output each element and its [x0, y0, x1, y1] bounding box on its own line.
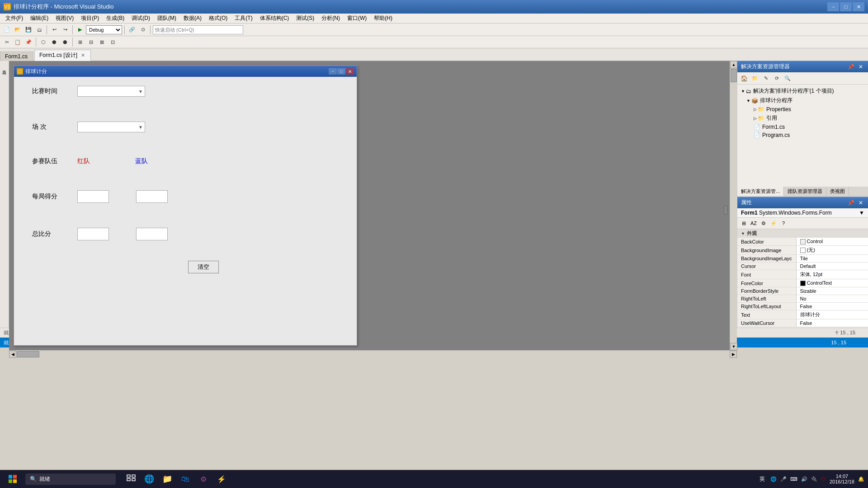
match-time-dropdown[interactable]: ▼ [77, 86, 145, 97]
taskbar-vs-icon[interactable]: ⚙ [195, 471, 212, 487]
tab-form1-design-close[interactable]: ✕ [81, 52, 85, 58]
designer-area[interactable]: ⬡ 排球计分 － □ ✕ 比赛时间 [9, 61, 730, 350]
props-help-btn[interactable]: ? [779, 219, 788, 228]
toolbar-new[interactable]: 📄 [2, 25, 12, 35]
tab-team-explorer[interactable]: 团队资源管理器 [784, 187, 826, 196]
prop-value-righttoleftlayout[interactable]: False [796, 303, 868, 310]
minimize-button[interactable]: － [827, 2, 839, 11]
clear-button[interactable]: 清空 [188, 261, 219, 273]
solution-pin-btn[interactable]: 📌 [846, 64, 856, 70]
toolbar-undo[interactable]: ↩ [49, 25, 59, 35]
toolbar-copy[interactable]: 📋 [13, 37, 23, 47]
prop-value-bgimage[interactable]: (无) [796, 246, 868, 255]
prop-value-bgimagelayout[interactable]: Tile [796, 255, 868, 263]
menu-architecture[interactable]: 体系结构(C) [256, 14, 293, 23]
search-toolbar-input[interactable] [153, 25, 243, 34]
sol-toolbar-btn4[interactable]: ⟳ [772, 73, 782, 83]
props-properties-btn[interactable]: ⚙ [759, 219, 768, 228]
debug-mode-select[interactable]: Debug Release [86, 25, 122, 34]
toolbar-open[interactable]: 📂 [13, 25, 23, 35]
tab-form1-design[interactable]: Form1.cs [设计] ✕ [34, 50, 91, 61]
menu-debug[interactable]: 调试(D) [128, 14, 154, 23]
props-category-btn[interactable]: ⊞ [739, 219, 748, 228]
tree-programcs[interactable]: 📄 Program.cs [739, 131, 866, 139]
props-object-dropdown-arrow[interactable]: ▼ [859, 210, 864, 216]
taskbar-store-icon[interactable]: 🛍 [177, 471, 193, 487]
tree-references[interactable]: ▷ 📁 引用 [739, 113, 866, 123]
toolbar-align-center[interactable]: ⬢ [49, 37, 59, 47]
prop-value-righttoleft[interactable]: No [796, 295, 868, 303]
sol-toolbar-btn3[interactable]: ✎ [761, 73, 771, 83]
per-game-score-blue-input[interactable] [136, 190, 168, 203]
sol-toolbar-btn1[interactable]: 🏠 [739, 73, 749, 83]
taskbar-file-explorer-icon[interactable]: 📁 [159, 471, 175, 487]
menu-help[interactable]: 帮助(H) [370, 14, 396, 23]
props-pin-btn[interactable]: 📌 [846, 200, 856, 206]
menu-file[interactable]: 文件(F) [2, 14, 27, 23]
scroll-thumb[interactable] [731, 69, 737, 82]
form-max-btn[interactable]: □ [337, 68, 345, 75]
form-close-btn[interactable]: ✕ [346, 68, 354, 75]
toolbar-align-left[interactable]: ⬡ [38, 37, 48, 47]
tree-properties[interactable]: ▷ 📁 Properties [739, 105, 866, 113]
hscroll-left-btn[interactable]: ◀ [9, 351, 16, 358]
game-set-dropdown[interactable]: ▼ [77, 122, 145, 132]
toolbar-format4[interactable]: ⊡ [108, 37, 118, 47]
toolbar-cut[interactable]: ✂ [2, 37, 12, 47]
prop-value-backcolor[interactable]: Control [796, 238, 868, 246]
toolbar-paste[interactable]: 📌 [24, 37, 33, 47]
sol-toolbar-btn5[interactable]: 🔍 [783, 73, 793, 83]
menu-analysis[interactable]: 分析(N) [318, 14, 344, 23]
props-close-btn[interactable]: ✕ [857, 200, 864, 206]
solution-close-btn[interactable]: ✕ [857, 64, 864, 70]
menu-format[interactable]: 格式(O) [205, 14, 231, 23]
menu-build[interactable]: 生成(B) [103, 14, 128, 23]
total-score-red-input[interactable] [77, 228, 109, 240]
props-events-btn[interactable]: ⚡ [769, 219, 778, 228]
total-score-blue-input[interactable] [136, 228, 168, 240]
toolbar-format2[interactable]: ⊟ [86, 37, 96, 47]
prop-value-formborderstyle[interactable]: Sizable [796, 287, 868, 295]
toolbar-start-debug[interactable]: ▶ [75, 25, 85, 35]
prop-value-font[interactable]: 宋体, 12pt [796, 270, 868, 279]
menu-window[interactable]: 窗口(W) [344, 14, 370, 23]
taskbar-misc-icon[interactable]: ⚡ [213, 471, 230, 487]
taskbar-task-view[interactable] [123, 471, 139, 487]
prop-value-cursor[interactable]: Default [796, 263, 868, 270]
toolbar-breakpoint[interactable]: ⊙ [138, 25, 148, 35]
tab-class-view[interactable]: 类视图 [826, 187, 849, 196]
tree-solution-root[interactable]: ▼ 🗂 解决方案'排球计分程序'(1 个项目) [739, 86, 866, 96]
taskbar-search[interactable]: 🔍 就绪 [25, 474, 116, 485]
prop-value-text[interactable]: 排球计分 [796, 310, 868, 319]
tree-project[interactable]: ▼ 📦 排球计分程序 [739, 96, 866, 105]
toolbar-align-right[interactable]: ⬣ [60, 37, 70, 47]
menu-tools[interactable]: 工具(T) [231, 14, 256, 23]
menu-data[interactable]: 数据(A) [180, 14, 205, 23]
menu-project[interactable]: 项目(P) [77, 14, 103, 23]
hscroll-thumb[interactable] [17, 351, 39, 357]
sol-toolbar-btn2[interactable]: 📁 [750, 73, 760, 83]
tray-datetime[interactable]: 14:07 2016/12/18 [830, 474, 854, 484]
toolbar-attach[interactable]: 🔗 [127, 25, 137, 35]
toolbar-redo[interactable]: ↪ [60, 25, 70, 35]
hscroll-right-btn[interactable]: ▶ [730, 351, 737, 358]
taskbar-edge-icon[interactable]: 🌐 [141, 471, 157, 487]
gutter-toolbox[interactable]: 工具箱 [0, 66, 8, 69]
maximize-button[interactable]: □ [840, 2, 852, 11]
toolbar-save[interactable]: 💾 [24, 25, 33, 35]
tray-notification-icon[interactable]: 🔔 [858, 476, 864, 482]
toolbar-format1[interactable]: ⊞ [75, 37, 85, 47]
scroll-up-btn[interactable]: ▲ [730, 61, 737, 68]
prop-value-forecolor[interactable]: ControlText [796, 279, 868, 287]
menu-edit[interactable]: 编辑(E) [27, 14, 52, 23]
tray-ime-indicator[interactable]: 英 [758, 474, 767, 484]
form-min-btn[interactable]: － [329, 68, 337, 75]
menu-team[interactable]: 团队(M) [154, 14, 180, 23]
toolbar-format3[interactable]: ⊠ [97, 37, 107, 47]
tab-form1-code[interactable]: Form1.cs [0, 52, 33, 61]
tab-solution-explorer[interactable]: 解决方案资源管... [737, 187, 784, 196]
props-alpha-btn[interactable]: AZ [749, 219, 758, 228]
tree-form1cs[interactable]: 📄 Form1.cs [739, 123, 866, 131]
menu-view[interactable]: 视图(V) [52, 14, 77, 23]
menu-test[interactable]: 测试(S) [292, 14, 318, 23]
